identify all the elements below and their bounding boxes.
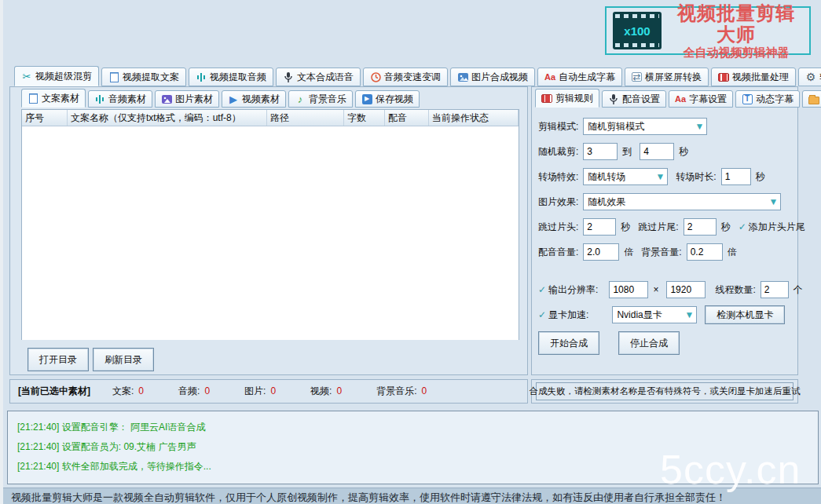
bg-volume-input[interactable] (687, 243, 723, 261)
selection-status-bar: [当前已选中素材] 文案:0 音频:0 图片:0 视频:0 背景音乐:0 (9, 379, 528, 404)
gpu-select[interactable]: Nvidia显卡 ▼ (612, 306, 697, 323)
chevron-down-icon: ▼ (768, 196, 778, 207)
tab-background-music[interactable]: ♪ 背景音乐 (288, 90, 353, 108)
selection-title: [当前已选中素材] (18, 385, 90, 398)
text-t-icon: T (742, 94, 753, 104)
rotate-icon: ⇄ (632, 72, 642, 82)
tab-dynamic-subtitles[interactable]: T 动态字幕 (735, 90, 800, 108)
tab-image-material[interactable]: 图片素材 (155, 90, 219, 108)
tab-subtitle-settings[interactable]: Aa 字幕设置 (669, 90, 733, 108)
seconds-label: 秒 (756, 170, 765, 184)
tab-label: 图片合成视频 (471, 71, 528, 84)
tab-label: 音频素材 (108, 93, 146, 106)
add-intro-outro-checkbox[interactable]: ✓添加片头片尾 (739, 221, 805, 234)
start-compose-button[interactable]: 开始合成 (538, 331, 599, 355)
tab-label: 文案素材 (42, 92, 79, 105)
tab-label: 视频批量处理 (732, 71, 789, 84)
transition-duration-input[interactable] (721, 168, 751, 185)
table-header: 序号 文案名称（仅支持txt格式，编码：utf-8） 路径 字数 配音 当前操作… (22, 110, 519, 126)
app-title: 视频批量剪辑大师 (669, 2, 803, 46)
tab-video-extract-text[interactable]: 视频提取文案 (101, 68, 186, 86)
tab-text-material[interactable]: 文案素材 (21, 89, 86, 108)
film-icon (718, 73, 729, 82)
skip-outro-input[interactable] (684, 218, 717, 236)
threads-label: 线程数量: (715, 283, 755, 297)
tab-label: 视频提取音频 (210, 71, 266, 84)
subtitle-aa-icon: Aa (675, 93, 686, 104)
transition-duration-label: 转场时长: (676, 170, 716, 184)
tab-label: 自动生成字幕 (559, 71, 615, 84)
image-effect-select[interactable]: 随机效果 ▼ (583, 193, 781, 210)
tab-label: 音频变速变调 (384, 71, 441, 84)
tab-label: 保存视频 (376, 93, 413, 106)
film-icon (541, 94, 552, 103)
text-material-table[interactable]: 序号 文案名称（仅支持txt格式，编码：utf-8） 路径 字数 配音 当前操作… (21, 109, 519, 340)
stop-compose-button[interactable]: 停止合成 (618, 331, 680, 355)
random-cut-from-input[interactable] (583, 143, 618, 160)
tab-landscape-portrait[interactable]: ⇄ 横屏竖屏转换 (625, 68, 709, 86)
output-resolution-checkbox[interactable]: ✓输出分辨率: (538, 283, 598, 297)
document-icon (29, 93, 38, 104)
transition-label: 转场特效: (538, 170, 578, 184)
skip-outro-label: 跳过片尾: (638, 221, 678, 234)
transition-select[interactable]: 随机转场 ▼ (583, 168, 668, 185)
tab-video-extract-audio[interactable]: 视频提取音频 (189, 68, 273, 86)
app-window: x100 视频批量剪辑大师 全自动视频剪辑神器 ✂ 视频超级混剪 视频提取文案 … (0, 0, 821, 504)
output-height-input[interactable] (666, 281, 706, 298)
col-words: 字数 (344, 110, 385, 126)
app-subtitle: 全自动视频剪辑神器 (669, 46, 803, 59)
tab-video-material[interactable]: ▶ 视频素材 (222, 90, 286, 108)
tab-video-super-mix[interactable]: ✂ 视频超级混剪 (14, 66, 99, 86)
refresh-directory-button[interactable]: 刷新目录 (93, 348, 154, 371)
tab-image-to-video[interactable]: 图片合成视频 (450, 68, 535, 86)
output-width-input[interactable] (609, 281, 648, 298)
col-name: 文案名称（仅支持txt格式，编码：utf-8） (68, 110, 267, 126)
folder-icon (808, 97, 819, 104)
selection-image-count: 图片:0 (244, 385, 276, 398)
play-icon: ▶ (228, 93, 239, 104)
log-output[interactable]: [21:21:40] 设置配音引擎： 阿里云AI语音合成 [21:21:40] … (7, 411, 819, 484)
tab-batch-process[interactable]: 视频批量处理 (711, 68, 796, 86)
chevron-down-icon: ▼ (695, 121, 704, 132)
count-unit-label: 个 (794, 283, 803, 297)
random-cut-to-input[interactable] (640, 143, 674, 160)
log-line: [21:21:40] 软件全部加载完成，等待操作指令... (17, 457, 808, 477)
tab-edit-rules[interactable]: 剪辑规则 (535, 89, 599, 108)
log-line: [21:21:40] 设置配音员为: 09.艾楠 广告男声 (17, 437, 808, 457)
scissors-icon: ✂ (21, 71, 32, 82)
selection-audio-count: 音频:0 (178, 385, 210, 398)
main-tab-bar: ✂ 视频超级混剪 视频提取文案 视频提取音频 文本合成语音 音频变速变调 图片合… (14, 66, 821, 86)
image-icon (457, 71, 468, 82)
voice-volume-input[interactable] (583, 243, 619, 261)
tab-voice-settings[interactable]: 配音设置 (602, 90, 666, 108)
tab-save-video[interactable]: ▶ 保存视频 (355, 90, 420, 108)
col-status: 当前操作状态 (429, 110, 519, 126)
waveform-icon (94, 93, 105, 104)
play-box-icon: ▶ (362, 94, 372, 104)
open-directory-button[interactable]: 打开目录 (27, 348, 89, 371)
tab-label: 动态字幕 (756, 93, 794, 106)
random-cut-label: 随机裁剪: (538, 145, 578, 159)
threads-input[interactable] (761, 281, 789, 298)
tab-label: 剪辑规则 (555, 92, 593, 105)
times-label: 倍 (624, 246, 633, 259)
clip-mode-select[interactable]: 随机剪辑模式 ▼ (583, 118, 707, 135)
settings-panel: 剪辑规则 配音设置 Aa 字幕设置 T 动态字幕 素材目录 剪辑模式: (531, 86, 798, 375)
skip-intro-input[interactable] (583, 218, 616, 236)
skip-intro-label: 跳过片头: (538, 221, 578, 234)
tab-text-to-speech[interactable]: 文本合成语音 (276, 68, 361, 86)
table-body[interactable] (22, 126, 519, 340)
music-note-icon: ♪ (295, 93, 306, 104)
tab-label: 图片素材 (175, 93, 213, 106)
detect-gpu-button[interactable]: 检测本机显卡 (705, 305, 785, 324)
tab-label: 文本合成语音 (297, 71, 354, 84)
gpu-accel-checkbox[interactable]: ✓显卡加速: (538, 309, 588, 322)
tab-audio-material[interactable]: 音频素材 (88, 90, 152, 108)
col-voice: 配音 (385, 110, 429, 126)
tab-material-directory[interactable]: 素材目录 (802, 90, 821, 108)
times-label: 倍 (728, 246, 737, 259)
tab-settings[interactable]: ⚙ 软件参数设置 (798, 68, 821, 86)
tab-auto-subtitles[interactable]: Aa 自动生成字幕 (537, 68, 622, 86)
tab-audio-speed-pitch[interactable]: 音频变速变调 (363, 68, 448, 86)
clock-icon (370, 71, 381, 82)
